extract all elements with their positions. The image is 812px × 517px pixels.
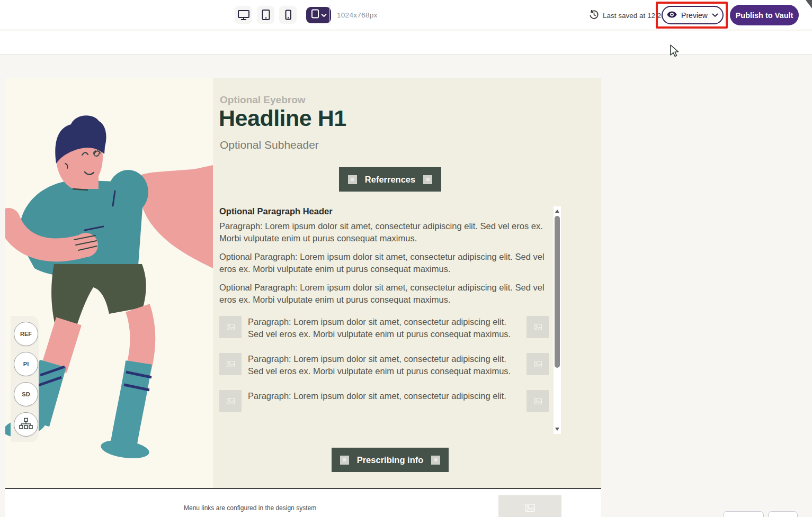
scrollbar-down-arrow[interactable]	[555, 428, 559, 431]
paragraph: Optional Paragraph: Lorem ipsum dolor si…	[219, 282, 547, 306]
paragraph-scroll-area[interactable]: Optional Paragraph Header Paragraph: Lor…	[219, 206, 549, 434]
preview-button[interactable]: Preview	[662, 6, 724, 24]
tablet-icon-active	[311, 9, 319, 21]
top-toolbar: 1024x768px Last saved at 12:20 Preview	[0, 0, 812, 30]
secondary-toolbar	[0, 31, 812, 55]
paragraph: Paragraph: Lorem ipsum dolor sit amet, c…	[248, 316, 520, 340]
button-image-placeholder-icon	[340, 456, 349, 465]
tablet-icon	[260, 8, 272, 21]
image-placeholder-icon[interactable]	[527, 316, 549, 338]
paragraph: Optional Paragraph: Lorem ipsum dolor si…	[219, 251, 547, 275]
hero-content-section: Optional Eyebrow Headline H1 Optional Su…	[213, 78, 601, 488]
bottom-right-button[interactable]	[768, 511, 798, 517]
eye-icon	[667, 11, 677, 20]
prescribing-info-button[interactable]: Prescribing info	[332, 448, 449, 472]
save-status: Last saved at 12:20	[589, 10, 665, 22]
template-footer: Menu links are configured in the design …	[5, 488, 601, 517]
canvas-dimensions-label: 1024x768px	[337, 11, 378, 19]
image-placeholder-icon[interactable]	[219, 316, 242, 338]
scrollbar-up-arrow[interactable]	[555, 210, 559, 213]
vertical-scrollbar[interactable]	[554, 206, 561, 434]
image-placeholder-icon	[525, 504, 535, 514]
history-restore-icon[interactable]	[589, 10, 599, 22]
paragraph: Paragraph: Lorem ipsum dolor sit amet, c…	[219, 220, 547, 244]
prescribing-info-button-label: Prescribing info	[357, 455, 424, 465]
device-switcher	[235, 6, 331, 24]
active-device-dropdown[interactable]	[306, 7, 331, 23]
paragraph-row-with-images: Paragraph: Lorem ipsum dolor sit amet, c…	[219, 316, 549, 340]
publish-to-vault-button[interactable]: Publish to Vault	[730, 5, 799, 25]
tablet-device-button[interactable]	[257, 6, 274, 24]
mobile-device-button[interactable]	[279, 6, 297, 24]
pi-anchor-button[interactable]: PI	[14, 352, 38, 376]
image-placeholder-icon[interactable]	[219, 390, 242, 412]
image-placeholder-icon[interactable]	[527, 390, 549, 412]
page-template-canvas: REF PI SD Optional Eyebrow Headline H1 O…	[5, 78, 601, 517]
button-image-placeholder-icon	[431, 456, 440, 465]
sitemap-icon	[19, 418, 33, 431]
ref-anchor-button[interactable]: REF	[14, 322, 38, 346]
image-placeholder-icon[interactable]	[219, 353, 242, 375]
headline-h1: Headline H1	[219, 105, 346, 131]
paragraph-row-with-images: Paragraph: Lorem ipsum dolor sit amet, c…	[219, 390, 549, 412]
chevron-down-icon	[321, 10, 327, 20]
chevron-down-icon	[712, 11, 718, 19]
mobile-icon	[282, 8, 294, 21]
footer-note: Menu links are configured in the design …	[184, 504, 316, 512]
desktop-device-button[interactable]	[235, 6, 252, 24]
last-saved-label: Last saved at 12:20	[603, 12, 665, 20]
bottom-right-button[interactable]	[723, 511, 764, 517]
sitemap-anchor-button[interactable]	[14, 412, 38, 437]
preview-button-label: Preview	[681, 11, 708, 20]
subheader-text: Optional Subheader	[220, 139, 319, 151]
references-button-label: Referrences	[365, 175, 415, 185]
paragraph: Paragraph: Lorem ipsum dolor sit amet, c…	[248, 390, 520, 402]
button-image-placeholder-icon	[348, 175, 357, 184]
desktop-icon	[237, 8, 251, 21]
scrollbar-thumb[interactable]	[555, 216, 560, 368]
button-image-placeholder-icon	[423, 175, 432, 184]
eyebrow-text: Optional Eyebrow	[220, 94, 306, 106]
image-placeholder-icon[interactable]	[527, 353, 549, 375]
references-button[interactable]: Referrences	[339, 167, 441, 192]
footer-logo-placeholder[interactable]	[498, 495, 561, 517]
paragraph-header: Optional Paragraph Header	[219, 206, 549, 216]
sd-anchor-button[interactable]: SD	[14, 382, 38, 406]
paragraph: Paragraph: Lorem ipsum dolor sit amet, c…	[248, 353, 520, 377]
paragraph-row-with-images: Paragraph: Lorem ipsum dolor sit amet, c…	[219, 353, 549, 377]
toolbar-divider	[329, 5, 330, 25]
